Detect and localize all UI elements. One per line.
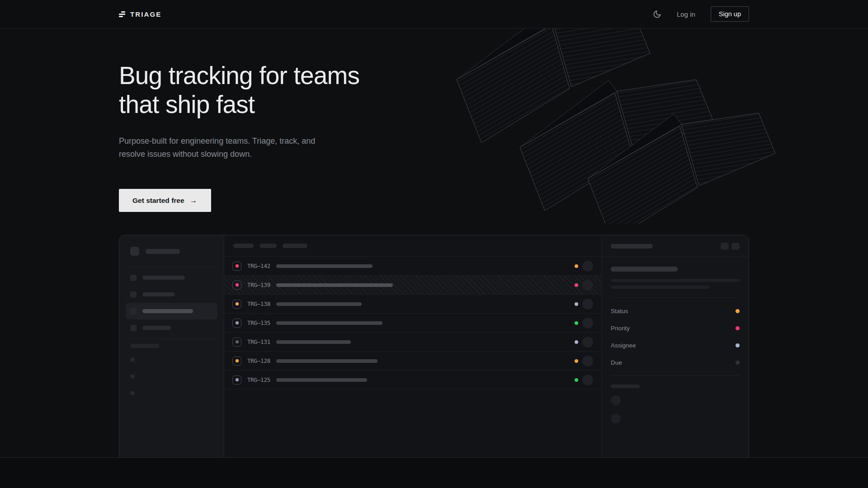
- detail-title-skeleton: [611, 244, 653, 249]
- brand-name: TRIAGE: [130, 10, 161, 18]
- issue-type-icon: [232, 300, 241, 309]
- sidebar-divider: [127, 338, 216, 339]
- issue-row-meta: [575, 280, 593, 291]
- assignee-avatar-skeleton: [582, 375, 593, 385]
- detail-field-row: Due: [611, 354, 740, 371]
- detail-action-button-skeleton: [731, 243, 740, 250]
- issue-row: TRG–128: [224, 352, 601, 371]
- issue-type-dot: [236, 264, 239, 267]
- triage-logo-icon: [119, 11, 125, 17]
- issue-status-dot: [575, 359, 578, 363]
- issue-row: TRG–125: [224, 371, 601, 389]
- issue-type-dot: [236, 283, 239, 286]
- detail-field-dot: [736, 326, 740, 330]
- sidebar-nav-item: [126, 319, 217, 336]
- cta-label: Get started free: [132, 197, 184, 205]
- sidebar-nav-skeleton: [126, 269, 217, 336]
- issue-row: TRG–135: [224, 314, 601, 333]
- issue-type-dot: [236, 302, 239, 305]
- issue-row-meta: [575, 375, 593, 385]
- issue-type-icon: [232, 281, 241, 290]
- nav-icon-skeleton: [130, 275, 137, 281]
- signup-button[interactable]: Sign up: [711, 6, 749, 22]
- comment-avatar-skeleton: [611, 395, 621, 405]
- issue-type-icon: [232, 262, 241, 271]
- issue-status-dot: [575, 378, 578, 382]
- detail-field-row: Status: [611, 302, 740, 319]
- sidebar-dot-list: [130, 357, 213, 395]
- assignee-avatar-skeleton: [582, 337, 593, 347]
- brand-logo[interactable]: TRIAGE: [119, 10, 161, 18]
- issue-row: TRG–131: [224, 333, 601, 352]
- app-mockup-zone: TRG–142 TRG–139 TRG–138 TRG–1: [0, 235, 868, 457]
- app-mockup: TRG–142 TRG–139 TRG–138 TRG–1: [119, 235, 749, 457]
- issue-status-dot: [575, 283, 578, 287]
- issue-id: TRG–142: [247, 263, 275, 269]
- issue-id: TRG–138: [247, 300, 275, 307]
- nav-icon-skeleton: [130, 308, 137, 314]
- assignee-avatar-skeleton: [582, 299, 593, 310]
- detail-header: [602, 235, 749, 257]
- get-started-button[interactable]: Get started free →: [119, 189, 211, 212]
- detail-field-row: Assignee: [611, 337, 740, 354]
- issue-row: TRG–138: [224, 295, 601, 314]
- sidebar-section-label-skeleton: [130, 344, 159, 348]
- nav-icon-skeleton: [130, 325, 137, 331]
- issue-row-meta: [575, 299, 593, 310]
- detail-field-dot: [736, 343, 740, 347]
- issue-row-meta: [575, 318, 593, 328]
- sidebar-dot-skeleton: [130, 374, 135, 379]
- issue-title-skeleton: [276, 378, 367, 382]
- detail-field-label: Due: [611, 359, 622, 366]
- mockup-detail-panel: Status Priority Assignee Due: [601, 235, 749, 457]
- issue-row: TRG–139: [224, 276, 601, 295]
- hero-subtitle: Purpose-built for engineering teams. Tri…: [119, 135, 337, 161]
- detail-field-label: Assignee: [611, 342, 636, 349]
- issue-type-dot: [236, 378, 239, 381]
- mockup-sidebar: [119, 235, 224, 457]
- theme-toggle-button[interactable]: [653, 10, 661, 19]
- issue-type-icon: [232, 357, 241, 366]
- login-link[interactable]: Log in: [677, 10, 695, 18]
- filter-tab-skeleton: [233, 244, 254, 248]
- moon-icon: [653, 10, 661, 19]
- sidebar-dot-skeleton: [130, 391, 135, 395]
- nav-label-skeleton: [142, 326, 171, 330]
- hero-heading-line2: that ship fast: [119, 90, 255, 118]
- detail-body: Status Priority Assignee Due: [602, 267, 749, 423]
- sidebar-nav-item: [126, 269, 217, 286]
- issue-id: TRG–135: [247, 319, 275, 326]
- issue-status-dot: [575, 321, 578, 325]
- issue-id: TRG–125: [247, 376, 275, 383]
- issue-title-skeleton: [276, 302, 362, 306]
- detail-header-buttons: [721, 243, 740, 250]
- hero-section: Bug tracking for teamsthat ship fast Pur…: [0, 61, 868, 212]
- issue-status-dot: [575, 302, 578, 306]
- sidebar-dot-skeleton: [130, 357, 135, 362]
- issue-list-header: [224, 235, 601, 257]
- issue-id: TRG–128: [247, 357, 275, 364]
- detail-field-label: Status: [611, 308, 628, 314]
- detail-action-button-skeleton: [721, 243, 729, 250]
- issue-type-dot: [236, 321, 239, 324]
- sidebar-nav-item: [126, 286, 217, 303]
- footer: [0, 458, 868, 488]
- issue-type-dot: [236, 359, 239, 362]
- nav-actions: Log in Sign up: [653, 6, 749, 22]
- filter-tab-skeleton: [283, 244, 307, 248]
- comment-avatar-skeleton: [611, 413, 621, 423]
- detail-field-dot: [736, 309, 740, 313]
- nav-label-skeleton: [142, 276, 185, 280]
- navbar: TRIAGE Log in Sign up: [0, 0, 868, 28]
- issue-status-dot: [575, 340, 578, 344]
- detail-fields: Status Priority Assignee Due: [611, 302, 740, 371]
- hero-heading: Bug tracking for teamsthat ship fast: [119, 61, 749, 119]
- detail-divider: [611, 297, 740, 298]
- activity-label-skeleton: [611, 385, 640, 388]
- issue-title-skeleton: [276, 340, 351, 344]
- detail-field-row: Priority: [611, 319, 740, 337]
- sidebar-nav-item-active: [126, 303, 217, 319]
- issue-status-dot: [575, 264, 578, 268]
- description-line-skeleton: [611, 286, 709, 289]
- assignee-avatar-skeleton: [582, 280, 593, 291]
